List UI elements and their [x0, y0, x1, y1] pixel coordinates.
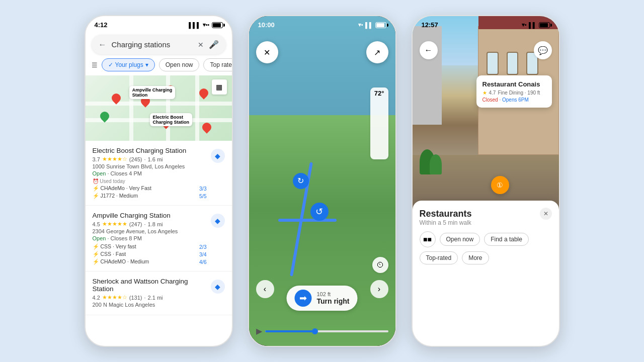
- status-icons-1: ▌▌▌ ▾▪▪: [189, 22, 222, 28]
- filter-open-now[interactable]: Open now: [159, 58, 200, 71]
- map-area[interactable]: Ampville ChargingStation Electric BoostC…: [86, 75, 232, 141]
- direction-icon-1: ◆: [215, 152, 220, 160]
- station-name-3: Sherlock and Wattson Charging Station: [93, 278, 207, 293]
- station-rating-3: 4.2 ★★★★☆ (131) · 2.1 mi: [93, 294, 207, 301]
- station-rating-2: 4.5 ★★★★★ (247) · 1.8 mi: [93, 221, 207, 227]
- restaurant-star: ★: [482, 90, 487, 96]
- filter-row: ☰ ✓ Your plugs ▾ Open now Top rated: [86, 58, 232, 75]
- location-pin-circle[interactable]: ①: [491, 176, 509, 194]
- prev-step-button[interactable]: ‹: [256, 280, 274, 298]
- clock-icon: ⏲: [376, 260, 384, 269]
- filter-top-rated-label: Top rated: [210, 61, 232, 68]
- location-icon: ①: [497, 181, 503, 189]
- station-item-3[interactable]: Sherlock and Wattson Charging Station 4.…: [86, 272, 232, 315]
- route-turn-arrow-2: ↻: [293, 173, 309, 189]
- status-icons-3: ▾▪ ▌▌: [522, 22, 550, 28]
- restaurant-filter-open-now[interactable]: Open now: [440, 233, 480, 246]
- restaurant-info-card[interactable]: Restaurant Conais ★ 4.7 Fine Dining · 19…: [476, 75, 552, 108]
- progress-fill: [265, 330, 314, 332]
- next-step-button[interactable]: ›: [370, 280, 388, 298]
- status-bar-1: 4:12 ▌▌▌ ▾▪▪: [86, 16, 232, 32]
- temperature-badge: 72°: [370, 87, 388, 159]
- share-icon: ↗: [374, 48, 380, 57]
- play-icon[interactable]: ▶: [256, 326, 262, 336]
- close-icon-panel: ✕: [543, 210, 548, 217]
- search-bar[interactable]: ← Charging stations ✕ 🎤: [92, 35, 226, 54]
- clear-icon[interactable]: ✕: [198, 41, 204, 49]
- charger-type-1b: ⚡ J1772 · Medium: [93, 193, 138, 199]
- direction-icon-2: ◆: [215, 217, 220, 225]
- signal-icon: ▌▌▌: [189, 22, 200, 28]
- restaurants-panel: Restaurants Within a 5 min walk ✕ ■■ Ope…: [413, 201, 559, 346]
- restaurant-rating: 4.7: [489, 90, 496, 96]
- charger-type-1a: ⚡ CHAdeMo · Very Fast: [93, 185, 151, 192]
- search-input[interactable]: Charging stations: [112, 40, 193, 49]
- charger-avail-1a: 3/3: [199, 186, 207, 192]
- restaurant-filter-more[interactable]: More: [462, 251, 489, 264]
- station-info-1: Electric Boost Charging Station 3.7 ★★★★…: [93, 147, 207, 199]
- status-time-2: 10:00: [258, 21, 275, 29]
- closed-label: Closed: [482, 97, 498, 103]
- window-1: [487, 52, 499, 75]
- temp-value: 72°: [374, 89, 384, 97]
- filter-open-label: Open now: [166, 61, 193, 68]
- restaurant-card-name: Restaurant Conais: [482, 80, 546, 88]
- filter-sliders-icon[interactable]: ☰: [92, 61, 98, 69]
- share-button[interactable]: ↗: [366, 41, 388, 63]
- charger-avail-2b: 3/4: [199, 251, 207, 257]
- progress-dot: [312, 328, 318, 334]
- map-label-ampville: Ampville ChargingStation: [129, 86, 176, 99]
- map-pin-4[interactable]: [198, 86, 210, 99]
- wifi-icon-3: ▾▪: [522, 22, 527, 28]
- phone-navigation: 10:00 ▾▪ ▌▌ ↺ ↻ ✕ ↗ 72°: [248, 15, 396, 347]
- nav-arrow-1[interactable]: ◆: [211, 149, 225, 163]
- layers-button[interactable]: ▦: [212, 79, 227, 95]
- open-label-2: Open: [93, 235, 106, 241]
- close-nav-button[interactable]: ✕: [256, 41, 278, 63]
- restaurant-filter-top-rated[interactable]: Top-rated: [420, 251, 458, 264]
- restaurant-filter-find-table[interactable]: Find a table: [484, 233, 529, 246]
- nav-arrow-3[interactable]: ◆: [211, 280, 225, 294]
- rating-count-1: (245): [129, 156, 142, 162]
- station-address-1: 1000 Sunrise Town Blvd, Los Angeles: [93, 163, 207, 169]
- charger-row-2b: ⚡ CSS · Fast 3/4: [93, 251, 207, 257]
- chat-button[interactable]: 💬: [534, 41, 552, 59]
- nav-arrow-2[interactable]: ◆: [211, 214, 225, 228]
- close-time-1: · Closes 4 PM: [107, 170, 141, 176]
- time-button[interactable]: ⏲: [372, 257, 388, 273]
- station-item-1[interactable]: Electric Boost Charging Station 3.7 ★★★★…: [86, 141, 232, 206]
- status-icons-2: ▾▪ ▌▌: [358, 22, 386, 28]
- signal-icon-2: ▌▌: [365, 22, 373, 28]
- filter-your-plugs[interactable]: ✓ Your plugs ▾: [102, 58, 155, 71]
- used-label-1: ⏰ Used today: [93, 178, 125, 184]
- back-icon[interactable]: ←: [99, 40, 107, 49]
- mic-icon[interactable]: 🎤: [209, 40, 219, 49]
- station-name-1: Electric Boost Charging Station: [93, 147, 207, 154]
- close-panel-button[interactable]: ✕: [540, 208, 552, 220]
- map-pin-6[interactable]: [201, 121, 213, 133]
- window-2: [507, 52, 519, 75]
- station-address-2: 2304 George Avenue, Los Angeles: [93, 228, 207, 234]
- rating-count-3: (131): [129, 295, 142, 301]
- back-button[interactable]: ←: [420, 41, 438, 59]
- distance-sep-2: ·: [144, 221, 145, 227]
- panel-subtitle: Within a 5 min walk: [420, 219, 552, 226]
- streetview-bg: ← 💬 Restaurant Conais ★ 4.7 Fine Dining …: [413, 16, 559, 214]
- distance-val-2: 1.8 mi: [148, 221, 163, 227]
- open-label-1: Open: [93, 170, 106, 176]
- distance-1: ·: [144, 156, 145, 162]
- filter-top-rated[interactable]: Top rated: [203, 58, 232, 71]
- station-item-2[interactable]: Ampville Charging Station 4.5 ★★★★★ (247…: [86, 206, 232, 272]
- restaurant-type: Fine Dining · 190 ft: [498, 90, 540, 96]
- filter-options-icon-btn[interactable]: ■■: [420, 231, 436, 247]
- distance-val-3: 2.1 mi: [148, 295, 163, 301]
- station-address-3: 200 N Magic Los Angeles: [93, 302, 207, 308]
- distance-val-1: 1.6 mi: [148, 156, 163, 162]
- check-icon: ✓: [108, 61, 113, 68]
- close-icon: ✕: [264, 48, 270, 57]
- station-info-3: Sherlock and Wattson Charging Station 4.…: [93, 278, 207, 309]
- phone-restaurant: 12:57 ▾▪ ▌▌ ←: [412, 15, 560, 347]
- restaurant-card-detail: ★ 4.7 Fine Dining · 190 ft: [482, 90, 546, 96]
- signal-icon-3: ▌▌: [529, 22, 537, 28]
- rating-value-1: 3.7: [93, 156, 100, 162]
